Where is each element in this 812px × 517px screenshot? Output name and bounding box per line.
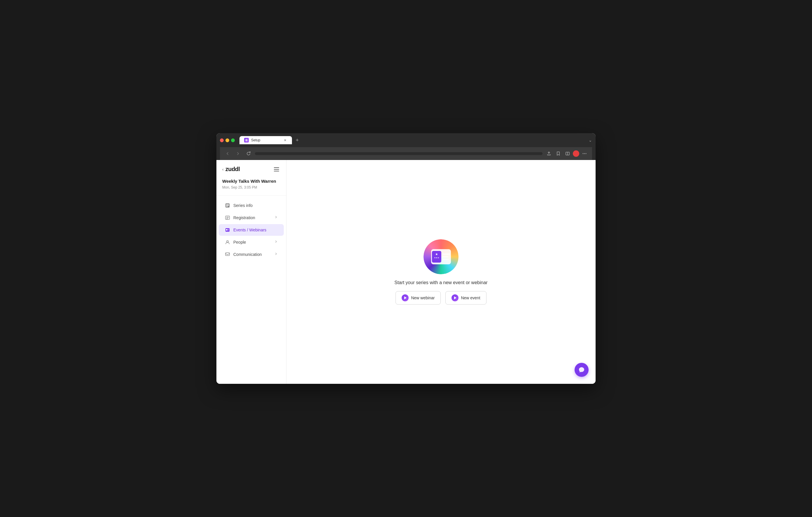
svg-point-5 [586,153,586,154]
svg-rect-16 [228,229,229,230]
main-content: ★ [286,160,596,384]
sidebar-header: ‹ zuddl [216,160,286,177]
registration-icon [225,215,230,221]
new-tab-button[interactable]: + [293,136,301,144]
app-content: ‹ zuddl Weekly Talks With Warren Mon, Se… [216,160,596,384]
tab-close-button[interactable]: ✕ [283,138,287,143]
browser-toolbar [220,147,592,160]
hamburger-menu-button[interactable] [273,166,280,173]
communication-icon [225,251,230,257]
sidebar-item-events-webinars[interactable]: Events / Webinars [219,224,284,236]
logo-text: zuddl [226,166,240,173]
minimize-traffic-light[interactable] [226,139,229,142]
logo-area[interactable]: ‹ zuddl [222,166,240,173]
address-bar[interactable] [255,152,543,155]
browser-window: Setup ✕ + ⌄ [216,133,596,384]
events-webinars-label: Events / Webinars [233,227,278,232]
bookmark-button[interactable] [554,150,562,158]
communication-chevron-icon [274,252,278,256]
svg-rect-9 [226,206,228,207]
active-tab[interactable]: Setup ✕ [239,136,292,144]
new-event-label: New event [461,296,480,300]
people-label: People [233,240,274,244]
new-webinar-label: New webinar [411,296,435,300]
new-webinar-play-icon [402,294,409,301]
empty-state-illustration: ★ [424,239,459,274]
svg-point-4 [584,153,585,154]
tab-favicon-icon [244,138,249,143]
split-view-button[interactable] [563,150,572,158]
series-info-label: Series info [233,203,278,208]
events-webinars-icon [225,227,230,233]
series-title-text: Weekly Talks With Warren [222,178,280,184]
series-info-section: Weekly Talks With Warren Mon, Sep 25, 3:… [216,177,286,195]
svg-rect-12 [226,218,229,218]
sidebar-navigation: Series info Registration [216,195,286,384]
svg-rect-8 [226,205,229,206]
back-to-dashboard-icon: ‹ [222,167,224,172]
traffic-lights [220,139,235,142]
tab-title-text: Setup [251,138,280,142]
svg-point-18 [227,240,228,242]
svg-rect-13 [226,219,228,219]
series-info-icon [225,203,230,208]
new-event-button[interactable]: New event [445,291,486,305]
browser-titlebar: Setup ✕ + ⌄ [220,136,592,147]
people-icon [225,239,230,245]
series-date-text: Mon, Sep 25, 3:05 PM [222,185,280,189]
sidebar-item-series-info[interactable]: Series info [219,200,284,211]
record-indicator [573,150,579,157]
more-options-button[interactable] [580,150,588,158]
sidebar-item-communication[interactable]: Communication [219,249,284,260]
svg-point-3 [583,153,584,154]
new-event-play-icon [452,294,459,301]
browser-tabs: Setup ✕ + ⌄ [239,136,592,144]
maximize-traffic-light[interactable] [231,139,235,142]
svg-rect-17 [228,230,229,231]
communication-label: Communication [233,252,274,257]
reload-button[interactable] [244,150,253,158]
empty-state-actions: New webinar New event [396,291,486,305]
chat-fab-button[interactable] [575,363,588,377]
sidebar-item-people[interactable]: People [219,236,284,248]
empty-state-message: Start your series with a new event or we… [394,280,487,285]
new-webinar-button[interactable]: New webinar [396,291,441,305]
forward-button[interactable] [234,150,242,158]
share-button[interactable] [545,150,553,158]
svg-rect-7 [226,204,229,205]
toolbar-actions [545,150,588,158]
browser-chrome: Setup ✕ + ⌄ [216,133,596,160]
tab-overflow-button[interactable]: ⌄ [588,138,592,143]
svg-rect-11 [226,217,229,217]
close-traffic-light[interactable] [220,139,224,142]
registration-label: Registration [233,215,274,220]
people-chevron-icon [274,240,278,244]
back-button[interactable] [224,150,232,158]
svg-rect-15 [226,229,228,231]
sidebar: ‹ zuddl Weekly Talks With Warren Mon, Se… [216,160,286,384]
registration-chevron-icon [274,215,278,220]
sidebar-item-registration[interactable]: Registration [219,212,284,223]
empty-state: ★ [394,239,487,305]
